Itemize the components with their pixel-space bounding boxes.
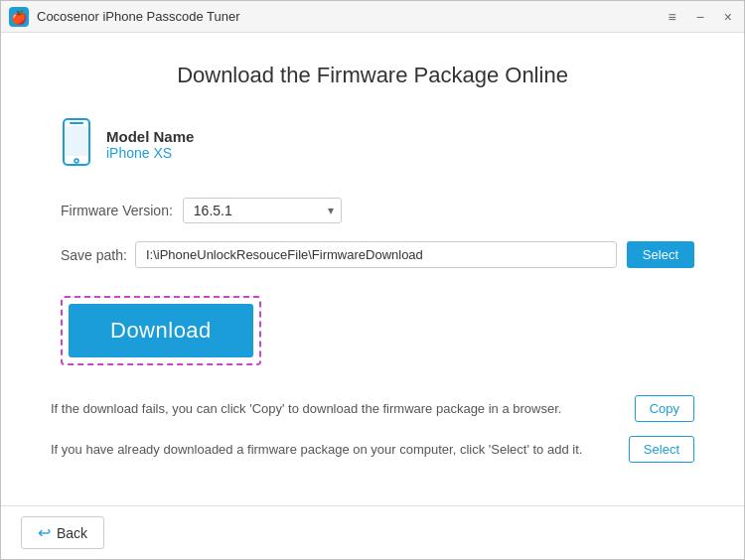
info-copy-text: If the download fails, you can click 'Co…	[51, 401, 615, 416]
save-path-select-button[interactable]: Select	[627, 241, 694, 268]
svg-point-4	[74, 159, 78, 163]
download-button[interactable]: Download	[69, 304, 253, 357]
save-path-row: Save path: Select	[61, 241, 694, 268]
info-row-select: If you have already downloaded a firmwar…	[51, 436, 694, 463]
menu-button[interactable]: ≡	[664, 8, 679, 26]
window-controls: ≡ − ×	[664, 8, 736, 26]
back-label: Back	[57, 525, 87, 541]
title-bar: 🍎 Cocosenor iPhone Passcode Tuner ≡ − ×	[1, 1, 744, 33]
app-icon: 🍎	[9, 7, 29, 27]
save-path-label: Save path:	[61, 247, 127, 263]
info-section: If the download fails, you can click 'Co…	[51, 395, 694, 476]
svg-rect-3	[70, 122, 83, 124]
download-btn-wrapper: Download	[61, 296, 261, 365]
svg-text:🍎: 🍎	[11, 9, 28, 26]
back-arrow-icon: ↩	[38, 523, 51, 542]
firmware-select-wrap: 16.5.1 ▾	[183, 198, 342, 223]
app-title: Cocosenor iPhone Passcode Tuner	[37, 9, 664, 24]
minimize-button[interactable]: −	[692, 8, 708, 26]
save-path-input[interactable]	[135, 241, 617, 268]
footer-bar: ↩ Back	[1, 505, 744, 559]
model-name-value: iPhone XS	[106, 145, 194, 161]
phone-icon	[61, 118, 92, 170]
page-title: Download the Firmware Package Online	[51, 63, 694, 88]
main-content: Download the Firmware Package Online Mod…	[1, 33, 744, 505]
info-select-button[interactable]: Select	[629, 436, 694, 463]
firmware-row: Firmware Version: 16.5.1 ▾	[61, 198, 694, 223]
info-row-copy: If the download fails, you can click 'Co…	[51, 395, 694, 422]
download-area: Download	[61, 296, 694, 365]
firmware-version-select[interactable]: 16.5.1	[183, 198, 342, 223]
app-window: 🍎 Cocosenor iPhone Passcode Tuner ≡ − × …	[0, 0, 745, 560]
close-button[interactable]: ×	[720, 8, 736, 26]
info-select-text: If you have already downloaded a firmwar…	[51, 442, 609, 457]
back-button[interactable]: ↩ Back	[21, 516, 104, 549]
firmware-label: Firmware Version:	[61, 203, 173, 218]
model-section: Model Name iPhone XS	[61, 118, 694, 170]
model-name-label: Model Name	[106, 128, 194, 145]
copy-button[interactable]: Copy	[635, 395, 694, 422]
svg-rect-5	[66, 126, 87, 156]
model-info: Model Name iPhone XS	[106, 128, 194, 161]
